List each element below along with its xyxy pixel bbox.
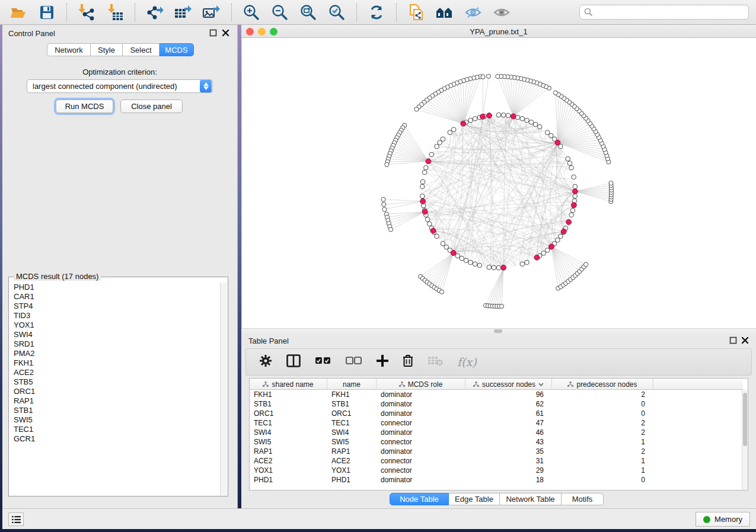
deselect-all-icon[interactable] [346, 357, 362, 367]
float-panel-icon[interactable] [729, 336, 737, 344]
mcds-result-item[interactable]: PHD1 [14, 283, 220, 292]
mcds-result-item[interactable]: SRD1 [14, 339, 220, 349]
open-session-icon[interactable] [7, 2, 30, 23]
export-table-icon[interactable] [172, 2, 194, 23]
table-row-PHD1[interactable]: PHD1PHD1dominator180 [250, 475, 743, 485]
mcds-result-item[interactable]: SWI4 [14, 330, 220, 339]
show-columns-icon[interactable] [286, 354, 301, 370]
import-table-icon[interactable] [104, 2, 126, 23]
memory-button[interactable]: Memory [696, 512, 750, 527]
select-all-icon[interactable] [315, 357, 331, 367]
mcds-result-item[interactable]: PMA2 [14, 349, 220, 358]
tab-mcds[interactable]: MCDS [160, 43, 194, 56]
cell-shared-name: RAP1 [250, 447, 327, 456]
cell-predecessor-nodes: 2 [552, 390, 653, 399]
table-row-SWI4[interactable]: SWI4SWI4dominator462 [250, 428, 743, 437]
run-mcds-button[interactable]: Run MCDS [56, 100, 113, 113]
table-row-STB1[interactable]: STB1STB1dominator620 [250, 399, 743, 409]
table-scrollbar[interactable] [742, 390, 748, 491]
mcds-result-item[interactable]: TID3 [14, 311, 220, 321]
mcds-result-item[interactable]: TEC1 [14, 425, 220, 434]
mcds-result-item[interactable]: ACE2 [14, 368, 220, 377]
float-panel-icon[interactable] [209, 29, 217, 37]
column-header-predecessor-nodes[interactable]: predecessor nodes [552, 379, 653, 390]
export-image-icon[interactable] [200, 2, 223, 23]
toolbar-separator [396, 4, 397, 21]
mcds-result-item[interactable]: FKH1 [14, 358, 220, 368]
network-hscrollbar[interactable] [241, 328, 756, 333]
refresh-view-icon[interactable] [365, 2, 388, 23]
import-network-icon[interactable] [75, 2, 98, 23]
control-panel-tabs: NetworkStyleSelectMCDS [47, 43, 194, 56]
search-box[interactable] [579, 5, 749, 20]
mcds-result-item[interactable]: YOX1 [14, 321, 220, 330]
table-row-FKH1[interactable]: FKH1FKH1dominator962 [250, 390, 743, 399]
optimization-criterion-label: Optimization criterion: [2, 68, 237, 76]
cell-successor-nodes: 43 [465, 437, 552, 447]
criterion-dropdown[interactable]: largest connected component (undirected) [27, 79, 213, 93]
tab-node-table[interactable]: Node Table [390, 493, 449, 505]
tab-select[interactable]: Select [123, 43, 160, 56]
settings-gear-icon[interactable] [259, 354, 272, 370]
zoom-fit-icon[interactable] [297, 2, 320, 23]
network-graph[interactable] [242, 38, 756, 328]
main-toolbar [0, 0, 756, 25]
network-window-titlebar[interactable]: YPA_prune.txt_1 [241, 25, 756, 38]
column-header-shared-name[interactable]: shared name [250, 379, 327, 390]
copy-network-icon[interactable] [405, 2, 428, 23]
tab-style[interactable]: Style [91, 43, 123, 56]
table-scrollbar-thumb[interactable] [743, 393, 747, 446]
mcds-result-item[interactable]: SWI5 [14, 415, 220, 425]
column-header-MCDS-role[interactable]: MCDS role [377, 379, 465, 390]
mcds-result-item[interactable]: STP4 [14, 302, 220, 311]
cell-name: RAP1 [327, 447, 377, 456]
tab-network-table[interactable]: Network Table [500, 493, 562, 505]
delete-column-icon[interactable] [403, 354, 413, 370]
cell-MCDS-role: dominator [377, 428, 465, 437]
table-row-SWI5[interactable]: SWI5SWI5connector431 [250, 437, 743, 447]
export-network-icon[interactable] [143, 2, 166, 23]
mcds-result-list[interactable]: PHD1CAR1STP4TID3YOX1SWI4SRD1PMA2FKH1ACE2… [9, 283, 220, 495]
zoom-selected-icon[interactable] [326, 2, 348, 23]
mcds-result-scrollbar[interactable] [220, 283, 227, 495]
table-row-ORC1[interactable]: ORC1ORC1dominator610 [250, 409, 743, 418]
table-row-TEC1[interactable]: TEC1TEC1connector472 [250, 418, 743, 428]
node-table[interactable]: shared namenameMCDS rolesuccessor nodesp… [249, 378, 748, 491]
close-panel-button[interactable]: Close panel [120, 100, 183, 113]
mcds-result-item[interactable]: ORC1 [14, 387, 220, 396]
hide-selected-icon[interactable] [462, 2, 484, 23]
function-builder-icon: f(x) [457, 355, 477, 368]
show-all-icon[interactable] [490, 2, 513, 23]
table-panel: Table Panel f(x) shared namenameMCDS rol… [241, 333, 756, 508]
column-header-name[interactable]: name [327, 379, 377, 390]
dropdown-stepper-icon [200, 80, 212, 92]
mcds-result-item[interactable]: RAP1 [14, 396, 220, 406]
tab-edge-table[interactable]: Edge Table [449, 493, 500, 505]
column-header-successor-nodes[interactable]: successor nodes [465, 379, 552, 390]
table-row-ACE2[interactable]: ACE2ACE2connector311 [250, 456, 743, 466]
zoom-out-icon[interactable] [269, 2, 291, 23]
mcds-result-item[interactable]: GCR1 [14, 434, 220, 444]
cell-shared-name: SWI5 [250, 437, 327, 447]
close-panel-icon[interactable] [741, 336, 749, 344]
first-neighbors-icon[interactable] [433, 2, 456, 23]
mcds-result-item[interactable]: STB1 [14, 406, 220, 415]
close-panel-icon[interactable] [222, 29, 229, 37]
control-panel-title: Control Panel [8, 29, 55, 38]
tab-motifs[interactable]: Motifs [562, 493, 604, 505]
table-row-YOX1[interactable]: YOX1YOX1connector291 [250, 466, 743, 475]
control-panel: Control Panel NetworkStyleSelectMCDS Opt… [2, 25, 238, 508]
search-input[interactable] [593, 8, 744, 17]
cell-predecessor-nodes: 1 [552, 456, 653, 466]
save-session-icon[interactable] [36, 2, 58, 23]
tab-network[interactable]: Network [47, 43, 91, 56]
cell-shared-name: ORC1 [250, 409, 327, 418]
network-canvas[interactable] [241, 38, 756, 328]
mcds-result-item[interactable]: CAR1 [14, 292, 220, 302]
zoom-in-icon[interactable] [240, 2, 263, 23]
mcds-result-item[interactable]: STB5 [14, 377, 220, 387]
add-column-icon[interactable] [377, 355, 388, 369]
task-history-button[interactable] [8, 512, 24, 526]
node-table-header: shared namenameMCDS rolesuccessor nodesp… [250, 379, 743, 390]
table-row-RAP1[interactable]: RAP1RAP1dominator352 [250, 447, 743, 456]
